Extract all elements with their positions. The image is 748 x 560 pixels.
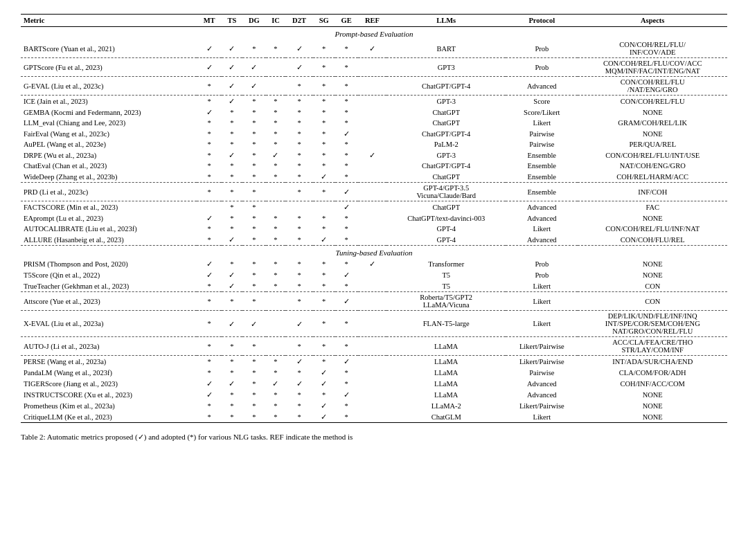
table-cell (358, 128, 387, 139)
table-row: Attscore (Yue et al., 2023)*****✓Roberta… (21, 292, 727, 311)
table-cell: * (222, 292, 242, 311)
table-cell: ✓ (222, 311, 242, 337)
table-cell: * (242, 150, 266, 161)
table-row: PRD (Li et al., 2023c)*****✓GPT-4/GPT-3.… (21, 183, 727, 201)
col-sg: SG (313, 15, 335, 27)
table-cell: * (242, 201, 266, 213)
table-cell: * (335, 311, 358, 337)
table-cell: * (335, 107, 358, 118)
table-cell: GPT3 (386, 58, 506, 77)
table-cell: AUTOCALIBRATE (Liu et al., 2023f) (21, 224, 197, 234)
table-cell (358, 107, 387, 118)
table-cell: * (242, 139, 266, 150)
table-cell: * (335, 234, 358, 246)
table-cell: * (285, 400, 313, 411)
table-cell: * (197, 118, 222, 128)
table-cell: * (197, 311, 222, 337)
table-cell: * (266, 280, 285, 292)
table-row: INSTRUCTSCORE (Xu et al., 2023)✓*****✓LL… (21, 389, 727, 400)
table-row: GPTScore (Fu et al., 2023)✓✓✓✓**GPT3Prob… (21, 58, 727, 77)
table-cell: LLM_eval (Chiang and Lee, 2023) (21, 118, 197, 128)
table-cell: Likert (506, 118, 578, 128)
table-cell: Prob (506, 258, 578, 269)
table-cell: * (285, 161, 313, 171)
table-cell: CritiqueLLM (Ke et al., 2023) (21, 411, 197, 423)
table-cell (358, 77, 387, 96)
table-cell: * (266, 118, 285, 128)
table-cell: X-EVAL (Liu et al., 2023a) (21, 311, 197, 337)
table-cell: * (285, 269, 313, 280)
table-cell: * (222, 337, 242, 356)
table-cell: * (285, 77, 313, 96)
table-cell (266, 201, 285, 213)
table-cell (358, 171, 387, 183)
section-header-cell: Prompt-based Evaluation (21, 27, 727, 40)
table-cell: ✓ (266, 378, 285, 389)
table-cell (358, 337, 387, 356)
table-cell: Pairwise (506, 128, 578, 139)
table-cell: ✓ (197, 269, 222, 280)
table-cell: * (222, 356, 242, 368)
table-cell: TrueTeacher (Gekhman et al., 2023) (21, 280, 197, 292)
table-cell: ✓ (313, 400, 335, 411)
table-cell: * (197, 161, 222, 171)
table-cell: PRD (Li et al., 2023c) (21, 183, 197, 201)
table-cell: ACC/CLA/FEA/CRE/THOSTR/LAY/COM/INF (578, 337, 727, 356)
table-cell: * (222, 400, 242, 411)
table-row: WideDeep (Zhang et al., 2023b)*****✓*Cha… (21, 171, 727, 183)
table-cell: * (197, 150, 222, 161)
table-cell: Likert (506, 411, 578, 423)
table-cell: * (335, 139, 358, 150)
table-cell: Score/Likert (506, 107, 578, 118)
table-cell: ✓ (358, 39, 387, 58)
table-cell (358, 367, 387, 378)
table-cell: NONE (578, 411, 727, 423)
table-cell: CON/COH/REL/FLU/INF/COV/ADE (578, 39, 727, 58)
col-dg: DG (242, 15, 266, 27)
table-cell: * (335, 367, 358, 378)
table-row: TrueTeacher (Gekhman et al., 2023)*✓****… (21, 280, 727, 292)
table-cell: CON/COH/FLU/REL (578, 234, 727, 246)
table-cell: * (197, 400, 222, 411)
table-row: AUTOCALIBRATE (Liu et al., 2023f)*******… (21, 224, 727, 234)
table-cell: Likert/Pairwise (506, 356, 578, 368)
table-cell: NONE (578, 389, 727, 400)
table-cell: ✓ (222, 269, 242, 280)
table-cell: * (266, 213, 285, 224)
table-cell: ✓ (358, 150, 387, 161)
table-cell: * (266, 39, 285, 58)
table-cell: Advanced (506, 77, 578, 96)
caption-text: Table 2: Automatic metrics proposed (✓) … (21, 433, 353, 441)
table-row: FairEval (Wang et al., 2023c)******✓Chat… (21, 128, 727, 139)
table-cell: * (285, 183, 313, 201)
table-row: GEMBA (Kocmi and Federmann, 2023)✓******… (21, 107, 727, 118)
table-cell (266, 292, 285, 311)
table-cell: Likert/Pairwise (506, 337, 578, 356)
table-cell: Likert (506, 224, 578, 234)
table-cell: * (222, 128, 242, 139)
table-cell: ✓ (285, 58, 313, 77)
table-cell: * (335, 171, 358, 183)
table-cell: * (242, 280, 266, 292)
table-cell: * (266, 161, 285, 171)
table-row: T5Score (Qin et al., 2022)✓✓****✓T5ProbN… (21, 269, 727, 280)
table-cell: * (313, 128, 335, 139)
table-cell: * (313, 39, 335, 58)
table-cell: Advanced (506, 234, 578, 246)
table-cell: * (197, 292, 222, 311)
table-cell: LLaMA (386, 337, 506, 356)
table-cell: INSTRUCTSCORE (Xu et al., 2023) (21, 389, 197, 400)
table-cell: ✓ (266, 150, 285, 161)
table-cell (266, 58, 285, 77)
table-cell: CON/COH/REL/FLU/INF/NAT (578, 224, 727, 234)
table-cell: Prob (506, 269, 578, 280)
table-cell: NONE (578, 269, 727, 280)
table-cell: CON/COH/REL/FLU/INT/USE (578, 150, 727, 161)
table-cell (358, 400, 387, 411)
table-cell: * (285, 139, 313, 150)
table-cell: PER/QUA/REL (578, 139, 727, 150)
table-cell: ✓ (222, 39, 242, 58)
table-cell: * (285, 280, 313, 292)
table-cell: ✓ (285, 356, 313, 368)
table-cell: ✓ (222, 150, 242, 161)
